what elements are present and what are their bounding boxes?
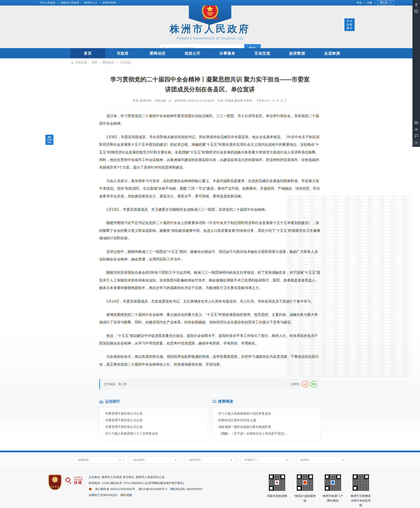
select-value: --市直部门-- <box>243 458 257 462</box>
keyboard-icon[interactable] <box>413 119 420 126</box>
topbar-account: 登录| 注册| 网站群 ▼ <box>356 0 394 5</box>
meta-divider <box>99 106 321 106</box>
register-link[interactable]: 注册 <box>367 1 372 5</box>
home-icon <box>71 61 74 64</box>
breadcrumb-home[interactable]: 首页 <box>92 60 98 65</box>
topbar: 中央人民政府| 湖南省人民政府| 株洲市人大| 株洲市政协 登录| 注册| 网站… <box>0 0 420 6</box>
editor-name: 责任编辑：葛小青 <box>104 382 127 386</box>
footer: 党政机关 政府网站 找错 主办单位: 株洲市人民政府 承办单位: 株洲市人民政府… <box>0 467 420 508</box>
book-icon <box>212 400 216 403</box>
qr-label: 湖南省省政府网 <box>266 493 288 498</box>
wechat-share-icon[interactable] <box>310 381 317 388</box>
nav-about-zhuzhou[interactable]: 走进株洲 <box>315 48 350 58</box>
article-title: 学习贯彻党的二十届四中全会精神丨凝聚思想共识 聚力实干担当——市委宣讲团成员分别… <box>108 75 312 94</box>
bar-chart-icon <box>99 400 103 403</box>
qr-code-image <box>324 474 342 491</box>
select-provincial-gov[interactable]: --省级政府--▼ <box>74 456 124 463</box>
chevron-down-icon: ▼ <box>119 459 121 461</box>
list-item[interactable]: 市委管理干部任前公示公告 <box>100 424 208 430</box>
divider: | <box>364 1 365 4</box>
sitemap-link[interactable]: 网站地图 <box>121 492 132 498</box>
topbar-links: 中央人民政府| 湖南省人民政府| 株洲市人大| 株洲市政协 <box>26 1 116 5</box>
select-city-departments[interactable]: --市直部门--▼ <box>241 456 290 463</box>
footer-ipv6-line: 本网站已支持IPv6访问 网站地图 <box>89 492 260 498</box>
font-small-button[interactable]: 小 <box>280 99 283 103</box>
qr-code-image <box>352 474 370 491</box>
meta-source: 来源: 株洲日报 <box>132 99 151 103</box>
elder-mode-button[interactable]: 开启适老模式 <box>344 18 355 31</box>
select-districts[interactable]: --县市区--▼ <box>297 456 347 463</box>
side-toolbar <box>413 0 420 147</box>
list-item[interactable]: 民营经济占我市GDP近七成 <box>213 417 321 424</box>
breadcrumb-separator: > <box>116 61 118 64</box>
list-item[interactable]: 市十六届人民政府第八十三次常务会议 <box>100 430 208 437</box>
font-large-button[interactable]: 大 <box>272 99 275 103</box>
footer-contact-line: 咨询电话: 12345 网站技术: 0731-28680641 (仅受理网站建设… <box>89 480 260 486</box>
nav-home[interactable]: 首页 <box>71 48 106 58</box>
meta-time: 发布时间: 2026-01-15 10:08:50 <box>174 99 214 103</box>
topbar-link-city-cppcc[interactable]: 株洲市政协 <box>103 1 116 5</box>
font-size-label-end: 】 <box>285 99 288 103</box>
accessibility-icon[interactable] <box>413 1 420 8</box>
list-item[interactable]: 湖南省第一届职业技能大赛在株洲开幕 <box>213 424 321 430</box>
nav-city-gov[interactable]: 市政府 <box>105 48 140 58</box>
reader-display-icon[interactable] <box>413 8 420 15</box>
article: 学习贯彻党的二十届四中全会精神丨凝聚思想共识 聚力实干担当——市委宣讲团成员分别… <box>99 75 321 440</box>
breadcrumb-prefix: 当前位置： <box>76 60 90 65</box>
breadcrumb-separator: > <box>99 61 101 64</box>
select-value: --县市区-- <box>299 458 311 462</box>
site-header: 株洲市人民政府 People’s Government of Zhuzhou c… <box>0 6 420 48</box>
qr-label: 株洲市互联网违法和不良信息举报 <box>350 493 372 508</box>
qr-label: “湘易办”超级服务端 <box>294 493 316 503</box>
site-group-dropdown[interactable]: 网站群 ▼ <box>377 0 394 5</box>
select-province-cities[interactable]: --省内市州--▼ <box>185 456 235 463</box>
nav-info-disclosure[interactable]: 信息公开 <box>175 48 210 58</box>
footer-info: 主办单位: 株洲市人民政府 承办单位: 株洲市人民政府办公室 咨询电话: 123… <box>89 474 260 508</box>
nav-news[interactable]: 要闻动态 <box>140 48 175 58</box>
footer-license-line: 湘公网安备 43021102000082号 湘ICP备08100635号-3 网… <box>89 486 260 492</box>
divider: | <box>58 1 58 4</box>
footer-badges: 党政机关 政府网站 找错 <box>48 474 83 508</box>
paragraph: 顾晓芳的宣讲报告在参会的280名干部职工中引起共鸣。株洲三三一医院神经内科副主任… <box>99 269 321 292</box>
meta-views-label: 浏览次数: <box>154 99 167 103</box>
divider: | <box>81 1 82 4</box>
error-magnifier-icon <box>65 477 72 485</box>
paragraph: 宣讲过程中，她期待株洲三三一医院在“十五五”期间，能够在分级诊疗、现代诊疗与新兴… <box>99 248 321 263</box>
list-item[interactable]: （图解）《关于进一步加快企业上市的若干意见》... <box>213 430 321 437</box>
select-capital-cities[interactable]: --省会城市--▼ <box>130 456 179 463</box>
chat-icon[interactable] <box>413 133 420 139</box>
font-medium-button[interactable]: 中 <box>276 99 279 103</box>
font-size-control: 【字体大小: 大 中 小 】 <box>255 99 288 103</box>
share-label: 分享到: <box>290 382 300 386</box>
list-item[interactable]: 市委管理干部任前公示公告 <box>100 417 208 424</box>
nav-services[interactable]: 办事服务 <box>210 48 245 58</box>
site-subtitle: People’s Government of Zhuzhou city <box>0 36 420 40</box>
breadcrumb-news[interactable]: 要闻动态 <box>103 60 114 65</box>
meta-author: 作者: 李逸峰 廖智勇 何春林 <box>217 99 252 103</box>
error-badge-site-label: 政府网站 <box>74 476 83 479</box>
site-error-report-badge[interactable]: 政府网站 找错 <box>65 476 83 485</box>
footer-icp[interactable]: 湘ICP备08100635号-3 <box>138 486 167 492</box>
eye-icon[interactable] <box>413 126 420 133</box>
nav-interaction[interactable]: 互动交流 <box>245 48 280 58</box>
login-link[interactable]: 登录 <box>356 1 362 5</box>
share-controls: 分享到: <box>290 381 317 388</box>
list-item[interactable]: 市委管理干部任前公示公告 <box>100 411 208 417</box>
qr-xiangyiban: “湘易办”超级服务端 <box>294 474 316 508</box>
chevron-down-icon: ▼ <box>175 459 177 461</box>
nav-gov-data[interactable]: 政府数据 <box>280 48 315 58</box>
topbar-link-hunan-gov[interactable]: 湖南省人民政府 <box>60 1 79 5</box>
footer-beian[interactable]: 湘公网安备 43021102000082号 <box>95 486 135 492</box>
party-gov-badge[interactable]: 党政机关 <box>48 475 62 490</box>
collapse-toolbar-icon[interactable] <box>413 139 420 146</box>
paragraph: 唐继发围绕党的二十届四中全会精神，重点就全会的重大意义、“十五五”时期发展面临的… <box>99 311 321 326</box>
select-value: --省级政府-- <box>76 458 90 462</box>
list-item[interactable]: 市十六届人民政府第四十四次常务会议 <box>213 411 321 417</box>
select-value: --省内市州-- <box>188 458 202 462</box>
topbar-link-central-gov[interactable]: 中央人民政府 <box>39 1 55 5</box>
weibo-share-icon[interactable] <box>302 381 309 388</box>
paragraph: 连日来，学习贯彻党的二十届四中全会精神市委宣讲团分别在石峰区、三三一医院、市人社… <box>99 112 321 127</box>
accessibility-browse-button[interactable]: 无障碍 浏览 <box>45 135 53 145</box>
main-nav: 首页 市政府 要闻动态 信息公开 办事服务 互动交流 政府数据 走进株洲 <box>0 48 420 58</box>
topbar-link-city-npc[interactable]: 株洲市人大 <box>84 1 98 5</box>
